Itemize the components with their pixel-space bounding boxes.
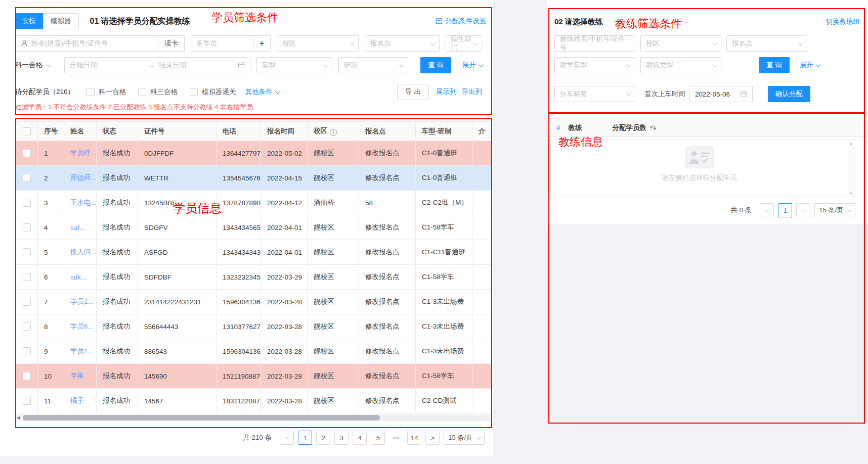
search-button[interactable]: 查 询: [420, 57, 451, 73]
student-name-input[interactable]: 姓名(拼音)/手机号/证件号: [15, 35, 158, 52]
table-row[interactable]: 4saf...报名成功SDGFV134343456562022-04-01靓校区…: [16, 215, 493, 240]
page-size-select[interactable]: 15 条/页: [444, 431, 485, 445]
coach-prev-button[interactable]: <: [760, 203, 774, 217]
cell-no: 4: [38, 215, 64, 240]
scroll-up-icon[interactable]: ▲: [849, 142, 853, 145]
export-columns-link[interactable]: 导出列: [462, 87, 483, 97]
student-name-link[interactable]: 换人问...: [64, 240, 97, 265]
table-row[interactable]: 3王水电...报名成功13245BBF137878789092022-04-12…: [16, 191, 493, 215]
filter-checkbox-subject3[interactable]: 科三合格: [138, 87, 178, 97]
coach-search-button[interactable]: 查 询: [759, 57, 790, 73]
horizontal-scrollbar[interactable]: ◀: [15, 414, 492, 421]
row-checkbox[interactable]: [23, 298, 31, 306]
student-name-link[interactable]: 王水电...: [64, 191, 97, 215]
checkbox-icon[interactable]: [86, 88, 95, 96]
sort-icon[interactable]: [649, 125, 656, 131]
scroll-left-arrow-icon[interactable]: ◀: [15, 414, 22, 421]
student-name-link[interactable]: sdk...: [64, 265, 97, 290]
page-button[interactable]: 14: [407, 431, 421, 445]
select-all-checkbox[interactable]: [23, 127, 31, 135]
student-panel-header: 实操 模拟器 01 请选择学员分配实操教练 分配条件设置: [15, 13, 486, 29]
expand-link[interactable]: 展开: [462, 61, 482, 70]
checkbox-icon[interactable]: [190, 88, 198, 96]
coach-page-size-select[interactable]: 15 条/页: [814, 203, 855, 217]
row-checkbox[interactable]: [23, 347, 31, 355]
student-name-link[interactable]: 橘子: [64, 389, 97, 413]
cell-campus: 靓校区: [308, 141, 359, 166]
row-checkbox[interactable]: [23, 322, 31, 331]
coach-reg-point-select[interactable]: 报名点: [726, 35, 807, 52]
coach-campus-select[interactable]: 校区: [640, 35, 721, 52]
cell-vehicle: C1-3未出场费: [416, 339, 472, 364]
cell-idno: ASFGD: [138, 240, 216, 265]
page-button[interactable]: 2: [316, 431, 330, 445]
tab-practical[interactable]: 实操: [15, 13, 43, 29]
student-name-link[interactable]: 学员6...: [64, 314, 97, 339]
table-row[interactable]: 1学员呼...报名成功0DJFFDF136442779762022-05-02靓…: [16, 141, 493, 166]
add-student-button[interactable]: +: [253, 35, 271, 52]
student-name-link[interactable]: 学员1...: [64, 290, 97, 314]
cell-no: 10: [38, 364, 64, 389]
student-name-link[interactable]: 学员呼...: [64, 141, 97, 166]
row-checkbox[interactable]: [23, 223, 31, 231]
page-button[interactable]: 3: [334, 431, 349, 445]
row-checkbox[interactable]: [23, 248, 31, 256]
chevron-down-icon: [47, 62, 52, 67]
row-checkbox[interactable]: [23, 199, 31, 207]
table-row[interactable]: 7学员1...报名成功23141422243123115963041363202…: [16, 290, 493, 314]
table-row[interactable]: 10苹果报名成功145690152119088702022-03-28靓校区修改…: [16, 364, 493, 389]
page-button[interactable]: 1: [298, 431, 312, 445]
row-checkbox[interactable]: [23, 372, 31, 380]
switch-group-link[interactable]: 切换教练组: [826, 17, 860, 26]
subject1-pass-select[interactable]: 科一合格: [15, 61, 58, 70]
table-row[interactable]: 8学员6...报名成功556644443131037762722022-03-2…: [16, 314, 493, 339]
campus-select[interactable]: 校区: [277, 35, 359, 52]
car-tag-select[interactable]: 分车标签: [554, 86, 635, 102]
table-row[interactable]: 2师德师...报名成功WETTR135454567672022-04-15靓校区…: [16, 166, 493, 191]
row-checkbox-cell: [16, 339, 38, 364]
export-button[interactable]: 导 出: [397, 84, 429, 100]
checkbox-icon[interactable]: [138, 88, 146, 96]
next-page-button[interactable]: >: [425, 431, 440, 445]
prev-page-button[interactable]: <: [280, 431, 294, 445]
student-name-link[interactable]: 苹果: [64, 364, 97, 389]
reg-point-select[interactable]: 报名点: [365, 35, 440, 52]
student-name-link[interactable]: 学员1...: [64, 339, 97, 364]
assigned-count-column-header[interactable]: 分配学员数: [613, 123, 657, 132]
page-button[interactable]: 5: [371, 431, 385, 445]
multi-student-input[interactable]: 多学员: [191, 35, 253, 52]
row-checkbox[interactable]: [23, 397, 31, 405]
page-button[interactable]: 4: [353, 431, 367, 445]
date-range-picker[interactable]: 开始日期 → 结束日期: [64, 57, 250, 73]
table-row[interactable]: 5换人问...报名成功ASFGD134343434342022-04-01靓校区…: [16, 240, 493, 265]
student-name-link[interactable]: 师德师...: [64, 166, 97, 191]
confirm-assign-button[interactable]: 确认分配: [768, 86, 810, 102]
assign-condition-link[interactable]: 分配条件设置: [436, 17, 486, 26]
other-conditions-link[interactable]: 其他条件: [245, 87, 279, 97]
table-row[interactable]: 11橘子报名成功14567183112208722022-03-28靓校区修改报…: [16, 389, 493, 413]
coach-expand-link[interactable]: 展开: [800, 61, 819, 70]
show-columns-link[interactable]: 展示列: [436, 87, 457, 97]
coach-name-input[interactable]: 教练姓名/手机号/证件号: [554, 35, 635, 52]
table-row[interactable]: 6sdk...报名成功SDFDBF132323234542022-03-29靓校…: [16, 265, 493, 290]
vertical-scrollbar[interactable]: ▲ ▼: [848, 141, 854, 196]
first-boarding-date-picker[interactable]: 2022-05-06: [689, 86, 753, 102]
coach-type-select[interactable]: 教练类型: [640, 57, 721, 73]
tab-simulator[interactable]: 模拟器: [43, 13, 79, 29]
coach-page-button[interactable]: 1: [778, 203, 792, 217]
filter-checkbox-subject1[interactable]: 科一合格: [86, 87, 126, 97]
row-checkbox[interactable]: [23, 174, 31, 182]
read-card-button[interactable]: 读卡: [158, 35, 185, 52]
student-name-link[interactable]: saf...: [64, 215, 97, 240]
class-system-select[interactable]: 班制: [338, 57, 408, 73]
table-row[interactable]: 9学员1...报名成功886543159630413632022-03-28靓校…: [16, 339, 493, 364]
row-checkbox[interactable]: [23, 273, 31, 281]
car-type-select[interactable]: 车型: [256, 57, 333, 73]
teach-car-type-select[interactable]: 教学车型: [554, 57, 635, 73]
filter-checkbox-simulator[interactable]: 模拟器通关: [190, 87, 236, 97]
row-checkbox[interactable]: [23, 149, 31, 157]
recruit-dept-select[interactable]: 招生部门: [446, 35, 482, 52]
scrollbar-thumb[interactable]: [23, 415, 380, 421]
coach-next-button[interactable]: >: [796, 203, 810, 217]
scroll-down-icon[interactable]: ▼: [849, 192, 853, 195]
